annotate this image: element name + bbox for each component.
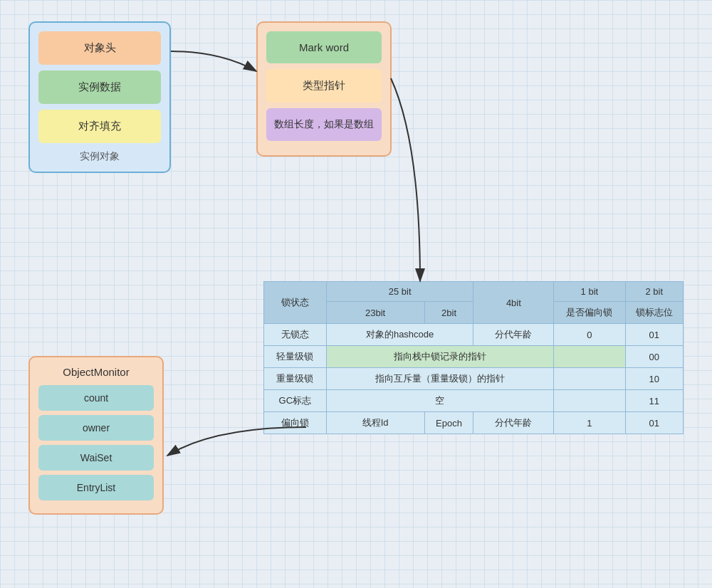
hashcode-cell: 对象的hashcode: [326, 324, 473, 346]
gc-empty: 空: [326, 390, 554, 412]
thin-lock-pointer: 指向栈中锁记录的指针: [326, 346, 554, 368]
instance-object-label: 实例对象: [38, 150, 161, 163]
hdr-array-length: 数组长度，如果是数组: [266, 108, 382, 141]
table-row-thin-lock: 轻量级锁 指向栈中锁记录的指针 00: [264, 346, 684, 368]
obj-block-padding: 对齐填充: [38, 110, 161, 143]
table-row-no-lock: 无锁态 对象的hashcode 分代年龄 0 01: [264, 324, 684, 346]
col-lock-flag: 锁标志位: [625, 302, 683, 324]
lock-type-gc: GC标志: [264, 390, 327, 412]
obj-block-head: 对象头: [38, 31, 161, 65]
epoch: Epoch: [424, 412, 473, 434]
hdr-mark-word: Mark word: [266, 31, 382, 63]
col-2bit: 2 bit: [625, 282, 683, 302]
col-23bit: 23bit: [326, 302, 424, 324]
col-4bit: 4bit: [473, 282, 554, 324]
biased-gen-age: 分代年龄: [473, 412, 554, 434]
obj-block-instance: 实例数据: [38, 70, 161, 104]
heavy-lock-pointer: 指向互斥量（重量级锁）的指针: [326, 368, 554, 390]
lock-type-thin: 轻量级锁: [264, 346, 327, 368]
biased-0: 0: [554, 324, 625, 346]
col-is-biased: 是否偏向锁: [554, 302, 625, 324]
col-2bit-sub: 2bit: [424, 302, 473, 324]
table-row-gc: GC标志 空 11: [264, 390, 684, 412]
table-row-heavy-lock: 重量级锁 指向互斥量（重量级锁）的指针 10: [264, 368, 684, 390]
table-row-biased-lock: 偏向锁 线程Id Epoch 分代年龄 1 01: [264, 412, 684, 434]
object-monitor-box: ObjectMonitor count owner WaiSet EntryLi…: [28, 356, 164, 515]
col-25bit: 25 bit: [326, 282, 473, 302]
flag-01-biased: 01: [625, 412, 683, 434]
instance-object-box: 对象头 实例数据 对齐填充 实例对象: [28, 21, 171, 173]
gc-biased: [554, 390, 625, 412]
lock-state-table: 锁状态 25 bit 4bit 1 bit 2 bit 23bit 2bit 是…: [263, 281, 684, 434]
col-1bit: 1 bit: [554, 282, 625, 302]
lock-type-none: 无锁态: [264, 324, 327, 346]
biased-1: 1: [554, 412, 625, 434]
hdr-type-pointer: 类型指针: [266, 69, 382, 103]
monitor-entrylist: EntryList: [38, 475, 154, 500]
flag-11: 11: [625, 390, 683, 412]
flag-10: 10: [625, 368, 683, 390]
col-lock-state: 锁状态: [264, 282, 327, 324]
lock-type-biased: 偏向锁: [264, 412, 327, 434]
heavy-biased: [554, 368, 625, 390]
monitor-waiset: WaiSet: [38, 445, 154, 471]
gen-age-cell: 分代年龄: [473, 324, 554, 346]
object-header-box: Mark word 类型指针 数组长度，如果是数组: [256, 21, 392, 157]
flag-00: 00: [625, 346, 683, 368]
monitor-owner: owner: [38, 415, 154, 441]
object-monitor-title: ObjectMonitor: [38, 366, 154, 378]
lock-type-heavy: 重量级锁: [264, 368, 327, 390]
thin-biased: [554, 346, 625, 368]
flag-01-no: 01: [625, 324, 683, 346]
table-header-row1: 锁状态 25 bit 4bit 1 bit 2 bit: [264, 282, 684, 302]
thread-id: 线程Id: [326, 412, 424, 434]
monitor-count: count: [38, 385, 154, 411]
